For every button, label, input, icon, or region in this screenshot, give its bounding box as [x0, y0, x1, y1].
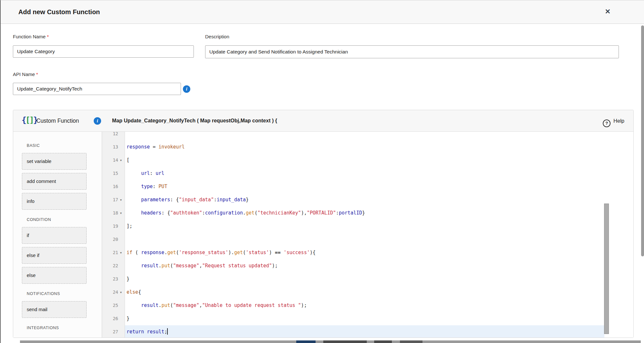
code-text[interactable]: if ( response.get('response_status').get… [127, 246, 603, 259]
sidebar-item-set-variable[interactable]: set variable [22, 153, 87, 170]
line-number: 14 [102, 154, 118, 167]
clipped-footer-buttons [20, 340, 641, 343]
add-custom-function-dialog: Add new Custom Function ✕ Function Name*… [0, 0, 644, 343]
editor-scrollbar-thumb[interactable] [604, 204, 609, 334]
sidebar-group-heading: INTEGRATIONS [27, 326, 102, 330]
line-number: 25 [102, 299, 118, 312]
required-marker: * [47, 34, 49, 39]
dialog-scrollbar-thumb[interactable] [641, 25, 644, 256]
footer-button-fragment [374, 340, 392, 343]
line-number: 15 [102, 167, 118, 180]
sidebar-group-heading: CONDITION [27, 217, 102, 222]
code-text[interactable]: headers: {"authtoken":configuration.get(… [127, 206, 603, 220]
description-label: Description [205, 34, 229, 39]
code-line: 13response = invokeurl [102, 140, 633, 154]
dialog-title: Add new Custom Function [18, 0, 100, 24]
sidebar-group: NOTIFICATIONSsend mail [22, 291, 102, 318]
footer-button-fragment [400, 340, 422, 343]
line-number: 12 [102, 132, 118, 140]
code-line: 15 url: url [102, 167, 633, 180]
code-text[interactable]: response = invokeurl [127, 140, 603, 154]
code-text[interactable]: result.put("message","Request status upd… [127, 259, 603, 272]
code-text[interactable]: result.put("message","Unable to update r… [127, 299, 603, 312]
code-text[interactable]: else{ [127, 286, 603, 299]
code-editor[interactable]: 1213response = invokeurl14▾[15 url: url1… [102, 132, 633, 338]
line-number: 19 [102, 220, 118, 233]
panel-header: {[]} Custom Function i Map Update_Catego… [13, 110, 633, 132]
sidebar-group-heading: BASIC [27, 143, 102, 148]
sidebar-group: BASICset variableadd commentinfo [22, 143, 102, 210]
sidebar-item-info[interactable]: info [22, 193, 87, 210]
fold-arrow-icon[interactable]: ▾ [120, 206, 122, 220]
line-number: 27 [102, 325, 118, 338]
sidebar-item-else[interactable]: else [22, 267, 87, 284]
line-number: 16 [102, 180, 118, 193]
code-line: 20 [102, 233, 633, 246]
line-number: 21 [102, 246, 118, 259]
fold-arrow-icon[interactable]: ▾ [120, 193, 122, 206]
sidebar-item-if[interactable]: if [22, 227, 87, 244]
close-icon[interactable]: ✕ [605, 6, 611, 17]
line-number: 17 [102, 193, 118, 206]
function-signature: Map Update_Category_NotifyTech ( Map req… [112, 110, 277, 131]
code-line: 19]; [102, 220, 633, 233]
snippet-sidebar: BASICset variableadd commentinfoCONDITIO… [13, 132, 102, 338]
sidebar-group: CONDITIONifelse ifelse [22, 217, 102, 284]
help-icon: ? [603, 119, 611, 127]
code-line: 16 type: PUT [102, 180, 633, 193]
line-number: 23 [102, 272, 118, 286]
panel-title: Custom Function [36, 110, 79, 131]
code-text[interactable]: type: PUT [127, 180, 603, 193]
code-line: 18▾ headers: {"authtoken":configuration.… [102, 206, 633, 220]
code-text[interactable]: [ [127, 154, 603, 167]
code-line: 21▾if ( response.get('response_status').… [102, 246, 633, 259]
line-number: 18 [102, 206, 118, 220]
function-name-input[interactable] [13, 45, 194, 58]
code-line: 26} [102, 312, 633, 325]
footer-button-fragment [296, 340, 316, 343]
text-cursor [167, 328, 168, 335]
code-text[interactable]: } [127, 272, 603, 286]
line-number: 22 [102, 259, 118, 272]
sidebar-group-heading: NOTIFICATIONS [27, 291, 102, 296]
required-marker: * [36, 71, 38, 77]
footer-button-fragment [323, 340, 367, 343]
sidebar-item-add-comment[interactable]: add comment [22, 173, 87, 190]
code-text[interactable]: ]; [127, 220, 603, 233]
api-name-info-icon[interactable]: i [183, 85, 190, 93]
sidebar-item-send-mail[interactable]: send mail [22, 301, 87, 318]
fold-arrow-icon[interactable]: ▾ [120, 246, 122, 259]
api-name-label: API Name* [13, 71, 38, 77]
code-line: 12 [102, 132, 633, 140]
line-number: 24 [102, 286, 118, 299]
fold-arrow-icon[interactable]: ▾ [120, 286, 122, 299]
code-line: 23} [102, 272, 633, 286]
sidebar-group: INTEGRATIONS [22, 326, 102, 330]
code-text[interactable]: url: url [127, 167, 603, 180]
custom-function-info-icon[interactable]: i [94, 117, 101, 125]
line-number: 13 [102, 140, 118, 154]
custom-function-panel: {[]} Custom Function i Map Update_Catego… [13, 110, 634, 338]
code-line: 27return result; [102, 325, 633, 338]
fold-arrow-icon[interactable]: ▾ [120, 154, 122, 167]
description-input[interactable] [205, 45, 619, 58]
api-name-input[interactable] [13, 83, 181, 95]
code-line: 22 result.put("message","Request status … [102, 259, 633, 272]
code-line: 14▾[ [102, 154, 633, 167]
custom-function-icon: {[]} [22, 115, 37, 125]
function-name-label: Function Name* [13, 34, 49, 39]
code-text[interactable]: return result; [127, 325, 603, 338]
line-number: 20 [102, 233, 118, 246]
code-line: 25 result.put("message","Unable to updat… [102, 299, 633, 312]
code-text[interactable]: } [127, 312, 603, 325]
dialog-header: Add new Custom Function ✕ [1, 0, 644, 24]
line-number: 26 [102, 312, 118, 325]
code-line: 24▾else{ [102, 286, 633, 299]
help-link[interactable]: ?Help [603, 110, 624, 132]
code-lines: 1213response = invokeurl14▾[15 url: url1… [102, 132, 633, 338]
sidebar-item-else-if[interactable]: else if [22, 247, 87, 264]
code-line: 17▾ parameters: {"input_data":input_data… [102, 193, 633, 206]
code-text[interactable]: parameters: {"input_data":input_data} [127, 193, 603, 206]
